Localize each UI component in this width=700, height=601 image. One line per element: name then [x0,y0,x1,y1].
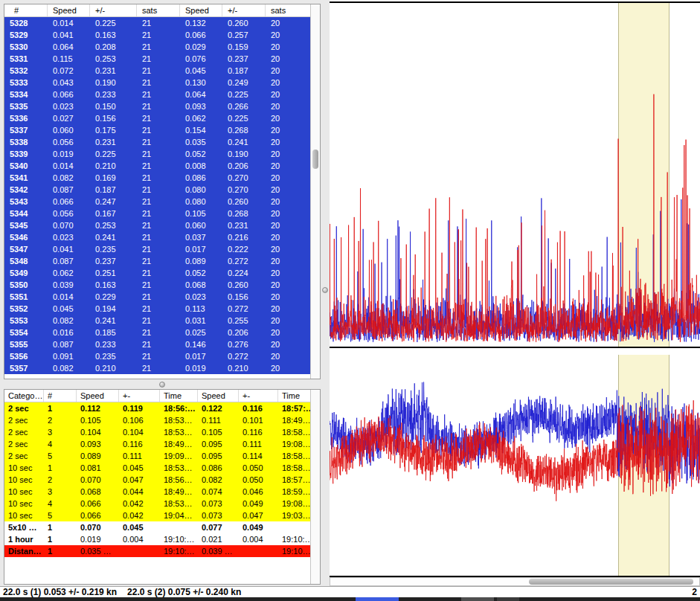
results-table-scrollbar-track[interactable] [310,390,320,584]
raw-data-panel: #Speed+/-satsSpeed+/-sats 53280.0140.225… [4,4,321,379]
table-row[interactable]: 53560.0910.235210.0170.27220 [4,350,310,362]
table-row[interactable]: 53520.0450.194210.1130.27220 [4,303,310,315]
result-row[interactable]: 1 hour10.0190.00419:10:…0.0210.00419:10:… [4,533,310,545]
column-header[interactable]: Time [278,390,310,402]
table-row[interactable]: 53540.0160.185210.0250.20620 [4,327,310,338]
splitter-handle-icon[interactable] [159,382,165,388]
result-row[interactable]: 5x10 …10.0700.0450.0770.049 [4,521,310,533]
table-row[interactable]: 53280.0140.225210.1320.26020 [4,17,310,29]
table-row[interactable]: 53460.0230.241210.0370.21620 [4,231,310,243]
table-row[interactable]: 53330.0430.190210.1300.24920 [4,77,310,89]
table-row[interactable]: 53480.0870.237210.0890.27220 [4,255,310,267]
raw-table-header: #Speed+/-satsSpeed+/-sats [4,4,310,17]
table-row[interactable]: 53400.0140.210210.0080.20620 [4,160,310,172]
dock-strip [0,597,700,601]
table-row[interactable]: 53570.0820.210210.0190.21020 [4,362,310,374]
table-row[interactable]: 53290.0410.163210.0660.25720 [4,29,310,41]
column-header[interactable]: Speed [198,390,239,402]
dock-segment [461,597,494,601]
table-row[interactable]: 53380.0560.231210.0350.24120 [4,136,310,148]
results-panel: Catego…#Speed+-TimeSpeed+-Time 2 sec10.1… [4,389,321,585]
table-row[interactable]: 53550.0870.233210.1460.27620 [4,338,310,350]
result-row[interactable]: 2 sec40.0930.11618:49…0.0950.11119:08… [4,438,310,450]
column-header[interactable]: # [44,390,77,402]
chart-area [330,0,700,577]
status-text-1: 22.0 s (1) 0.053 +/- 0.219 kn [3,587,117,597]
dock-segment [356,597,399,601]
column-header[interactable]: sats [137,4,180,16]
speed-chart-top-panel [330,1,700,348]
column-header[interactable]: Speed [180,4,222,16]
result-row[interactable]: 10 sec20.0700.04718:56…0.0820.05018:57… [4,474,310,486]
column-header[interactable]: sats [266,4,310,16]
raw-table-scrollbar-track[interactable] [310,4,320,379]
result-row[interactable]: 2 sec30.1040.10418:53…0.1050.11618:58… [4,426,310,438]
table-row[interactable]: 53510.0140.229210.0230.15620 [4,291,310,303]
table-row[interactable]: 53310.1150.253210.0760.23720 [4,53,310,65]
chart-hscrollbar-track[interactable] [330,577,700,586]
table-row[interactable]: 53370.0600.175210.1540.26820 [4,124,310,136]
column-header[interactable]: +/- [90,4,137,16]
speed-chart-top[interactable] [330,3,700,347]
results-table-header: Catego…#Speed+-TimeSpeed+-Time [4,390,310,402]
result-row[interactable]: 2 sec10.1120.11918:56:…0.1220.11618:57:… [4,402,310,414]
column-header[interactable]: +- [239,390,278,402]
table-row[interactable]: 53430.0660.247210.0800.26020 [4,196,310,208]
table-row[interactable]: 53390.0190.225210.0520.19020 [4,148,310,160]
table-row[interactable]: 53300.0640.208210.0290.15920 [4,41,310,53]
chart-hscrollbar-thumb[interactable] [529,579,693,585]
vertical-splitter-handle-icon[interactable] [322,287,328,293]
table-row[interactable]: 53500.0390.163210.0680.26020 [4,279,310,291]
results-table-body: 2 sec10.1120.11918:56:…0.1220.11618:57:…… [4,402,310,557]
dock-segment [497,597,519,601]
column-header[interactable]: +/- [222,4,266,16]
table-row[interactable]: 53410.0820.169210.0860.27020 [4,172,310,184]
status-bar: 22.0 s (1) 0.053 +/- 0.219 kn 22.0 s (2)… [0,586,700,597]
table-row[interactable]: 53320.0720.231210.0450.18720 [4,65,310,77]
column-header[interactable]: +- [119,390,160,402]
result-row[interactable]: 2 sec50.0890.11119:09…0.0950.11418:58… [4,450,310,462]
table-row[interactable]: 53470.0410.235210.0170.22220 [4,243,310,255]
column-header[interactable]: Time [160,390,198,402]
table-row[interactable]: 53350.0230.150210.0930.26620 [4,100,310,112]
column-header[interactable]: Speed [77,390,119,402]
table-row[interactable]: 53530.0820.241210.0310.25520 [4,315,310,327]
table-row[interactable]: 53420.0870.187210.0800.27020 [4,184,310,196]
result-row[interactable]: 10 sec10.0810.04518:53…0.0860.05018:58… [4,462,310,474]
table-row[interactable]: 53450.0700.253210.0600.23120 [4,219,310,231]
column-header[interactable]: # [4,4,48,16]
column-header[interactable]: Speed [48,4,90,16]
speed-chart-bottom-panel [330,355,700,577]
table-row[interactable]: 53440.0560.167210.1050.26820 [4,208,310,219]
horizontal-splitter[interactable] [4,379,321,389]
raw-table-scrollbar-thumb[interactable] [312,150,318,169]
table-row[interactable]: 53340.0660.233210.0640.22520 [4,89,310,100]
speed-chart-bottom[interactable] [330,355,700,576]
table-row[interactable]: 53490.0620.251210.0520.22420 [4,267,310,279]
result-row[interactable]: 10 sec40.0660.04218:53…0.0730.04919:08… [4,498,310,510]
status-right-fragment: 2 [692,587,697,597]
table-row[interactable]: 53360.0270.156210.0620.22520 [4,112,310,124]
result-row[interactable]: 10 sec50.0660.04219:04…0.0730.04719:03… [4,510,310,521]
column-header[interactable]: Catego… [4,390,44,402]
raw-table-body: 53280.0140.225210.1320.2602053290.0410.1… [4,17,310,374]
status-text-2: 22.0 s (2) 0.075 +/- 0.240 kn [127,587,241,597]
result-row[interactable]: 2 sec20.1050.10618:53…0.1110.10118:49… [4,414,310,426]
result-row[interactable]: Distan…10.035 …19:10:…0.039 …19:10… [4,545,310,557]
result-row[interactable]: 10 sec30.0680.04418:49…0.0740.04618:59… [4,486,310,498]
